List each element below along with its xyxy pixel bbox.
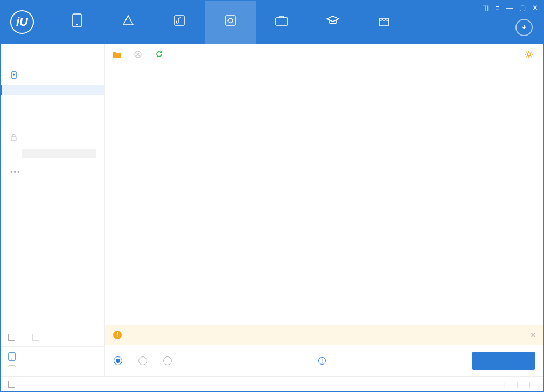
flash-settings-button[interactable]: [525, 50, 536, 59]
toolbox-icon: [275, 13, 289, 27]
theme-icon[interactable]: ◫: [482, 4, 489, 12]
action-bar: !: [105, 345, 543, 376]
close-warning-icon[interactable]: ✕: [530, 331, 536, 339]
nav-tutorials[interactable]: [307, 1, 358, 44]
close-icon[interactable]: ✕: [532, 4, 538, 12]
table-header: [105, 65, 543, 83]
delete-button[interactable]: [134, 50, 145, 59]
sidebar-item-oneclick[interactable]: [1, 85, 104, 95]
tablet-icon: [8, 352, 16, 361]
warning-icon: !: [113, 331, 122, 339]
svg-rect-16: [11, 137, 16, 141]
delete-icon: [134, 50, 142, 59]
jailbreak-note: [22, 149, 96, 158]
device-block[interactable]: [1, 346, 104, 376]
radio-icon: [138, 356, 147, 365]
minimize-icon[interactable]: —: [506, 4, 513, 12]
footer: | | |: [1, 376, 543, 391]
sidebar-item-pro[interactable]: [1, 106, 104, 117]
connection-status: [1, 44, 105, 65]
svg-point-1: [76, 24, 78, 26]
flash-now-button[interactable]: [472, 352, 535, 370]
gear-icon: [525, 50, 533, 59]
refresh-icon: [155, 50, 163, 59]
svg-point-18: [11, 359, 12, 360]
device-storage: [8, 365, 16, 367]
flash-icon: [10, 71, 18, 79]
option-keep-data[interactable]: [114, 356, 125, 365]
maximize-icon[interactable]: ▢: [519, 4, 526, 12]
svg-point-6: [527, 53, 531, 56]
content: ! ✕ !: [105, 65, 543, 376]
phone-icon: [70, 13, 84, 27]
sidebar-section-flash[interactable]: [1, 65, 104, 85]
graduation-icon: [326, 13, 340, 27]
option-normal[interactable]: [138, 356, 150, 365]
folder-icon: [113, 50, 121, 59]
auto-activate-checkbox[interactable]: [8, 334, 15, 341]
nav-apps[interactable]: [102, 1, 154, 44]
menu-icon[interactable]: ≡: [495, 4, 499, 12]
logo: iU: [1, 10, 46, 34]
sub-header: [1, 44, 543, 65]
sidebar-item-advanced[interactable]: [1, 204, 104, 214]
svg-rect-2: [175, 16, 184, 25]
nav-toolbox[interactable]: [256, 1, 307, 44]
music-icon: [172, 13, 186, 27]
block-itunes-checkbox[interactable]: [8, 381, 15, 388]
download-progress-icon[interactable]: [515, 19, 533, 36]
lock-icon: [10, 134, 17, 141]
refresh-icon: [224, 13, 238, 27]
svg-line-12: [531, 56, 532, 57]
store-icon: [377, 13, 391, 27]
warning-bar: ! ✕: [105, 325, 543, 345]
sidebar-section-jailbreak: [1, 128, 104, 147]
sidebar: •••: [1, 65, 105, 376]
toolbar: [105, 44, 543, 65]
top-nav: [51, 1, 409, 44]
option-anti-recovery[interactable]: [163, 356, 175, 365]
window-controls: ◫ ≡ — ▢ ✕: [482, 4, 538, 12]
skip-guide-checkbox[interactable]: [32, 334, 39, 341]
nav-store[interactable]: [358, 1, 409, 44]
sidebar-item-other[interactable]: [1, 182, 104, 193]
refresh-button[interactable]: [155, 50, 166, 59]
nav-my-device[interactable]: [51, 1, 102, 44]
app-header: iU: [1, 1, 543, 44]
nav-ringtones[interactable]: [154, 1, 205, 44]
info-icon: !: [318, 357, 326, 365]
device-name: [8, 352, 97, 361]
more-icon: •••: [10, 168, 21, 176]
svg-rect-4: [276, 18, 288, 25]
sidebar-item-batch[interactable]: [1, 117, 104, 128]
radio-icon: [114, 356, 122, 365]
sidebar-checkboxes: [1, 328, 104, 346]
sidebar-section-more[interactable]: •••: [1, 162, 104, 182]
radio-icon: [163, 356, 172, 365]
sidebar-item-itunes[interactable]: [1, 95, 104, 106]
logo-icon: iU: [10, 10, 34, 34]
apps-icon: [121, 13, 135, 27]
main: •••: [1, 65, 543, 376]
open-folder-button[interactable]: [113, 50, 124, 59]
sidebar-item-download-fw[interactable]: [1, 193, 104, 204]
svg-line-13: [526, 56, 527, 57]
svg-line-14: [531, 52, 532, 53]
svg-line-11: [526, 52, 527, 53]
svg-rect-3: [226, 16, 235, 25]
nav-flash[interactable]: [205, 1, 256, 44]
